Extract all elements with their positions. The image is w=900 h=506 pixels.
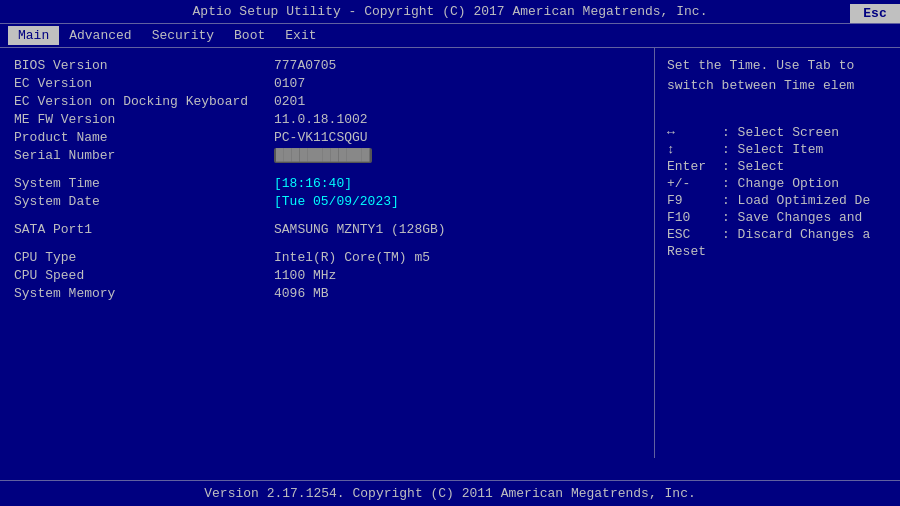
system-time-label: System Time bbox=[14, 176, 274, 191]
left-panel: BIOS Version 777A0705 EC Version 0107 EC… bbox=[0, 48, 655, 458]
cpu-speed-value: 1100 MHz bbox=[274, 268, 336, 283]
system-memory-value: 4096 MB bbox=[274, 286, 329, 301]
sata-label: SATA Port1 bbox=[14, 222, 274, 237]
esc-button[interactable]: Esc bbox=[850, 4, 900, 23]
key-help-f10: F10 : Save Changes and bbox=[667, 210, 888, 225]
menu-item-main[interactable]: Main bbox=[8, 26, 59, 45]
product-name-value: PC-VK11CSQGU bbox=[274, 130, 368, 145]
content-area: BIOS Version 777A0705 EC Version 0107 EC… bbox=[0, 48, 900, 458]
system-time-value[interactable]: [18:16:40] bbox=[274, 176, 352, 191]
key-help-item: ↕ : Select Item bbox=[667, 142, 888, 157]
key-esc: ESC bbox=[667, 227, 722, 242]
help-line1: Set the Time. Use Tab to bbox=[667, 58, 854, 73]
me-fw-label: ME FW Version bbox=[14, 112, 274, 127]
key-reset: Reset bbox=[667, 244, 722, 259]
system-memory-row: System Memory 4096 MB bbox=[14, 286, 640, 301]
cpu-speed-label: CPU Speed bbox=[14, 268, 274, 283]
key-f10: F10 bbox=[667, 210, 722, 225]
key-help-section: ↔ : Select Screen ↕ : Select Item Enter … bbox=[667, 125, 888, 259]
title-bar: Aptio Setup Utility - Copyright (C) 2017… bbox=[0, 0, 900, 24]
product-name-row: Product Name PC-VK11CSQGU bbox=[14, 130, 640, 145]
cpu-type-label: CPU Type bbox=[14, 250, 274, 265]
key-f10-desc: : Save Changes and bbox=[722, 210, 862, 225]
key-enter: Enter bbox=[667, 159, 722, 174]
menu-item-advanced[interactable]: Advanced bbox=[59, 26, 141, 45]
key-arrows-ud: ↕ bbox=[667, 142, 722, 157]
key-screen-desc: : Select Screen bbox=[722, 125, 839, 140]
system-date-value[interactable]: [Tue 05/09/2023] bbox=[274, 194, 399, 209]
ec-version-row: EC Version 0107 bbox=[14, 76, 640, 91]
sata-port-row: SATA Port1 SAMSUNG MZNTY1 (128GB) bbox=[14, 222, 640, 237]
status-bar: Version 2.17.1254. Copyright (C) 2011 Am… bbox=[0, 480, 900, 506]
ec-docking-value: 0201 bbox=[274, 94, 305, 109]
system-time-row[interactable]: System Time [18:16:40] bbox=[14, 176, 640, 191]
bios-version-row: BIOS Version 777A0705 bbox=[14, 58, 640, 73]
key-help-reset: Reset bbox=[667, 244, 888, 259]
system-date-label: System Date bbox=[14, 194, 274, 209]
key-help-change: +/- : Change Option bbox=[667, 176, 888, 191]
cpu-type-row: CPU Type Intel(R) Core(TM) m5 bbox=[14, 250, 640, 265]
ec-docking-label: EC Version on Docking Keyboard bbox=[14, 94, 274, 109]
key-change-desc: : Change Option bbox=[722, 176, 839, 191]
menu-item-security[interactable]: Security bbox=[142, 26, 224, 45]
serial-number-row: Serial Number ████████████ bbox=[14, 148, 640, 163]
title-text: Aptio Setup Utility - Copyright (C) 2017… bbox=[193, 4, 708, 19]
help-line2: switch between Time elem bbox=[667, 78, 854, 93]
menu-bar: Main Advanced Security Boot Exit Esc bbox=[0, 24, 900, 48]
key-arrows-lr: ↔ bbox=[667, 125, 722, 140]
key-help-f9: F9 : Load Optimized De bbox=[667, 193, 888, 208]
ec-version-label: EC Version bbox=[14, 76, 274, 91]
right-panel: Set the Time. Use Tab to switch between … bbox=[655, 48, 900, 458]
key-help-enter: Enter : Select bbox=[667, 159, 888, 174]
me-fw-row: ME FW Version 11.0.18.1002 bbox=[14, 112, 640, 127]
ec-version-value: 0107 bbox=[274, 76, 305, 91]
key-plus-minus: +/- bbox=[667, 176, 722, 191]
key-item-desc: : Select Item bbox=[722, 142, 823, 157]
footer-text: Version 2.17.1254. Copyright (C) 2011 Am… bbox=[204, 486, 695, 501]
product-name-label: Product Name bbox=[14, 130, 274, 145]
system-memory-label: System Memory bbox=[14, 286, 274, 301]
key-enter-desc: : Select bbox=[722, 159, 784, 174]
sata-value: SAMSUNG MZNTY1 (128GB) bbox=[274, 222, 446, 237]
key-f9: F9 bbox=[667, 193, 722, 208]
help-text: Set the Time. Use Tab to switch between … bbox=[667, 56, 888, 95]
cpu-speed-row: CPU Speed 1100 MHz bbox=[14, 268, 640, 283]
bios-version-label: BIOS Version bbox=[14, 58, 274, 73]
ec-docking-row: EC Version on Docking Keyboard 0201 bbox=[14, 94, 640, 109]
key-help-esc: ESC : Discard Changes a bbox=[667, 227, 888, 242]
menu-item-boot[interactable]: Boot bbox=[224, 26, 275, 45]
system-date-row[interactable]: System Date [Tue 05/09/2023] bbox=[14, 194, 640, 209]
bios-version-value: 777A0705 bbox=[274, 58, 336, 73]
key-help-screen: ↔ : Select Screen bbox=[667, 125, 888, 140]
key-f9-desc: : Load Optimized De bbox=[722, 193, 870, 208]
me-fw-value: 11.0.18.1002 bbox=[274, 112, 368, 127]
key-esc-desc: : Discard Changes a bbox=[722, 227, 870, 242]
serial-number-label: Serial Number bbox=[14, 148, 274, 163]
cpu-type-value: Intel(R) Core(TM) m5 bbox=[274, 250, 430, 265]
serial-number-value: ████████████ bbox=[274, 148, 372, 163]
menu-item-exit[interactable]: Exit bbox=[275, 26, 326, 45]
